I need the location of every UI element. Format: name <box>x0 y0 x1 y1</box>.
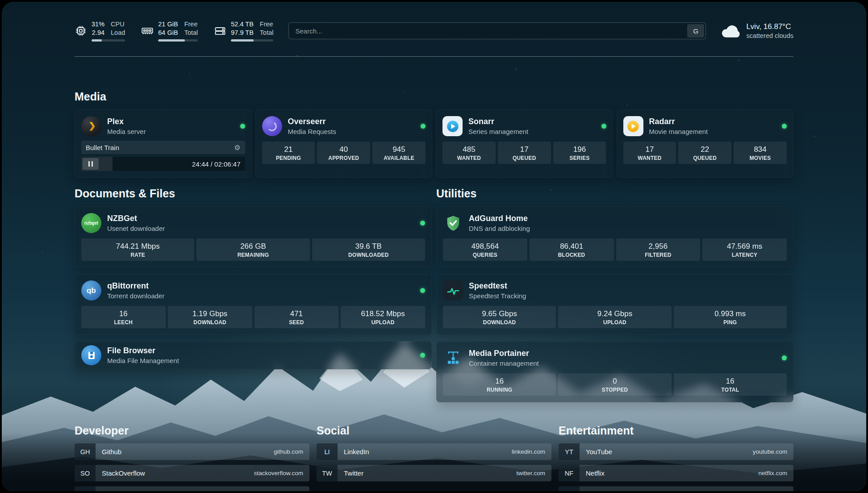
stat-box: 834 MOVIES <box>734 142 787 164</box>
top-bar: 31% 2.94 CPU Load <box>75 2 793 42</box>
system-widgets: 31% 2.94 CPU Load <box>75 20 273 42</box>
bookmark-youtube[interactable]: YT YouTube youtube.com <box>559 443 793 460</box>
stat-label: BLOCKED <box>531 252 612 258</box>
bookmark-name: LinkedIn <box>338 448 369 455</box>
plex-player-bar[interactable]: 24:44 / 02:06:47 <box>81 157 245 171</box>
stat-box: 0 STOPPED <box>558 373 671 396</box>
bookmark-name: StackOverflow <box>96 469 145 477</box>
bookmark-abbr: GH <box>75 443 96 460</box>
stat-value: 266 GB <box>198 242 308 251</box>
service-description: Torrent downloader <box>107 292 164 300</box>
bookmark-linkedin[interactable]: LI LinkedIn linkedin.com <box>317 443 551 460</box>
stat-box: 39.6 TB DOWNLOADED <box>312 238 425 261</box>
stat-value: 21 <box>264 145 313 154</box>
section-title-social: Social <box>317 424 551 437</box>
service-name: Sonarr <box>468 117 528 127</box>
stat-box: 17 QUEUED <box>498 142 551 164</box>
background-stars <box>2 2 3 3</box>
section-title-documents: Documents & Files <box>75 187 432 200</box>
adguard-icon <box>443 213 463 233</box>
bookmark-reddit[interactable]: RE Reddit reddit.com <box>559 486 793 491</box>
stat-box: 471 SEED <box>255 306 339 328</box>
stat-box: 1.19 Gbps DOWNLOAD <box>168 306 252 328</box>
service-description: Movie management <box>649 127 708 136</box>
stat-value: 22 <box>680 145 730 154</box>
stat-value: 16 <box>83 309 164 318</box>
bookmark-netflix[interactable]: NF Netflix netflix.com <box>559 465 793 481</box>
stat-label: DOWNLOADED <box>314 252 423 258</box>
search-input[interactable] <box>289 27 686 35</box>
gear-icon[interactable]: ⚙ <box>234 143 240 152</box>
service-name: NZBGet <box>107 213 165 224</box>
utilities-column: Utilities AdGuard <box>436 187 793 409</box>
service-card-plex[interactable]: Plex Media server Bullet Train ⚙ 24:44 /… <box>75 109 252 178</box>
social-column: Social LI LinkedIn linkedin.com TW Twitt… <box>317 424 551 491</box>
stat-label: STOPPED <box>560 387 669 393</box>
stat-value: 17 <box>500 145 549 154</box>
disk-widget: 52.4 TB 97.9 TB Free Total <box>214 20 273 42</box>
cpu-label: CPU <box>111 20 125 29</box>
bookmark-dev[interactable]: DT DEV dev.to <box>75 486 309 491</box>
cloud-icon <box>721 24 741 38</box>
stat-value: 16 <box>676 376 785 386</box>
section-title-entertainment: Entertainment <box>559 424 793 437</box>
stat-box: 16 TOTAL <box>674 373 787 396</box>
stat-value: 47.569 ms <box>704 242 785 251</box>
pause-button[interactable] <box>83 158 99 170</box>
bookmark-github[interactable]: GH Github github.com <box>75 443 309 460</box>
service-card-qbittorrent[interactable]: qb qBittorrent Torrent downloader 16 LEE… <box>75 274 432 335</box>
stat-label: WANTED <box>625 155 675 161</box>
stat-value: 498,564 <box>445 242 526 251</box>
service-card-speedtest[interactable]: Speedtest Speedtest Tracking 9.65 Gbps D… <box>436 274 793 335</box>
status-dot <box>782 124 787 129</box>
stat-box: 16 RUNNING <box>443 373 556 396</box>
memory-total: 64 GiB <box>158 29 178 37</box>
bookmark-name: Netflix <box>580 469 605 477</box>
service-card-overseerr[interactable]: Overseerr Media Requests 21 PENDING 40 A… <box>255 109 433 178</box>
bookmark-abbr: LI <box>317 443 338 460</box>
search-bar[interactable]: G <box>288 22 706 39</box>
disk-free: 52.4 TB <box>231 20 254 29</box>
service-card-nzbget[interactable]: nzbget NZBGet Usenet downloader 744.21 M… <box>75 206 432 267</box>
service-description: Media File Management <box>107 356 179 365</box>
disk-progress-bar <box>231 39 273 42</box>
search-engine-button[interactable]: G <box>687 24 704 38</box>
memory-total-label: Total <box>184 29 198 37</box>
service-card-sonarr[interactable]: Sonarr Series management 485 WANTED 17 Q… <box>436 109 613 178</box>
stat-box: 16 LEECH <box>81 306 166 328</box>
status-dot <box>420 221 425 226</box>
sonarr-icon <box>442 116 463 136</box>
speedtest-icon <box>443 280 463 301</box>
service-card-filebrowser[interactable]: File Browser Media File Management <box>75 341 432 369</box>
stat-box: 945 AVAILABLE <box>372 142 426 164</box>
stat-value: 1.19 Gbps <box>170 309 250 318</box>
service-card-radarr[interactable]: Radarr Movie management 17 WANTED 22 QUE… <box>617 109 794 178</box>
stat-label: UPLOAD <box>560 319 669 326</box>
stat-value: 744.21 Mbps <box>83 242 192 251</box>
service-name: File Browser <box>107 346 179 356</box>
service-card-portainer[interactable]: Media Portainer Container management 16 … <box>436 341 793 402</box>
stat-box: 196 SERIES <box>553 142 606 164</box>
section-title-utilities: Utilities <box>436 187 793 200</box>
stat-box: 618.52 Mbps UPLOAD <box>341 306 425 328</box>
service-name: AdGuard Home <box>469 213 530 224</box>
stat-box: 266 GB REMAINING <box>196 238 309 261</box>
header-divider <box>75 56 793 57</box>
stat-label: DOWNLOAD <box>445 319 554 326</box>
status-dot <box>601 124 606 129</box>
stat-label: RUNNING <box>445 387 554 393</box>
disk-total-label: Total <box>260 29 274 37</box>
bookmark-abbr: YT <box>559 443 580 460</box>
service-card-adguard[interactable]: AdGuard Home DNS and adblocking 498,564 … <box>436 206 793 267</box>
disk-free-label: Free <box>260 20 274 29</box>
stat-label: SEED <box>256 319 337 326</box>
bookmark-stackoverflow[interactable]: SO StackOverflow stackoverflow.com <box>75 465 309 481</box>
stat-box: 498,564 QUERIES <box>443 238 527 261</box>
service-name: Media Portainer <box>469 348 539 359</box>
bookmark-twitter[interactable]: TW Twitter twitter.com <box>317 465 551 481</box>
playback-time: 24:44 / 02:06:47 <box>192 160 245 168</box>
cpu-progress-bar <box>92 39 125 42</box>
stat-label: PING <box>676 319 785 326</box>
stat-value: 471 <box>256 309 337 318</box>
memory-progress-bar <box>158 39 198 42</box>
